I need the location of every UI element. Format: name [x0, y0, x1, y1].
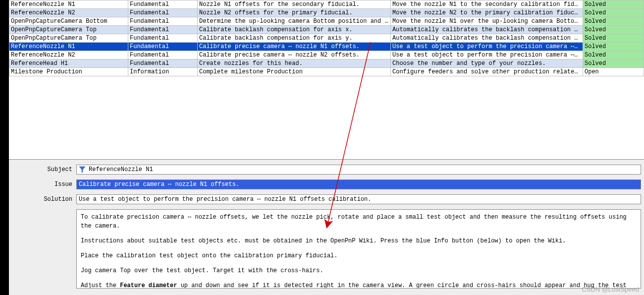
- cell-issue: Nozzle N2 offsets for the primary fiduci…: [198, 9, 391, 17]
- cell-issue: Nozzle N1 offsets for the secondary fidu…: [198, 0, 391, 9]
- cell-severity: Fundamental: [128, 0, 198, 9]
- table-row[interactable]: ReferenceNozzle N2FundamentalCalibrate p…: [9, 51, 644, 59]
- cell-issue: Calibrate precise camera ↔ nozzle N1 off…: [198, 43, 391, 51]
- subject-label: Subject: [12, 166, 76, 173]
- cell-issue: Calibrate precise camera ↔ nozzle N2 off…: [198, 51, 391, 59]
- solution-label: Solution: [12, 196, 76, 203]
- cell-status: Solved: [583, 43, 644, 51]
- table-row[interactable]: ReferenceNozzle N1FundamentalCalibrate p…: [9, 43, 644, 51]
- issues-table[interactable]: ReferenceNozzle N1FundamentalNozzle N1 o…: [9, 0, 644, 76]
- cell-subject: ReferenceNozzle N1: [9, 43, 128, 51]
- left-gutter: [0, 0, 9, 295]
- cell-severity: Fundamental: [128, 9, 198, 17]
- desc-line: Jog camera Top over the test object. Tar…: [81, 266, 637, 275]
- cell-solution: Use a test object to perform the precisi…: [391, 43, 583, 51]
- cell-subject: ReferenceNozzle N2: [9, 51, 128, 59]
- table-row[interactable]: ReferenceNozzle N1FundamentalNozzle N1 o…: [9, 0, 644, 9]
- description-box[interactable]: To calibrate precision camera ↔ nozzle o…: [76, 209, 641, 289]
- table-row[interactable]: Milestone ProductionInformationComplete …: [9, 68, 644, 76]
- funnel-icon: [79, 166, 86, 173]
- watermark: CSDN @LostSpeed: [582, 286, 639, 293]
- cell-subject: ReferenceNozzle N2: [9, 9, 128, 17]
- cell-solution: Automatically calibrates the backlash co…: [391, 26, 583, 34]
- cell-severity: Fundamental: [128, 26, 198, 34]
- cell-issue: Calibrate backlash compensation for axis…: [198, 26, 391, 34]
- cell-severity: Fundamental: [128, 59, 198, 68]
- cell-subject: Milestone Production: [9, 68, 128, 76]
- cell-status: Solved: [583, 59, 644, 68]
- cell-solution: Move the nozzle N1 to the secondary cali…: [391, 0, 583, 9]
- cell-status: Solved: [583, 34, 644, 43]
- desc-line: To calibrate precision camera ↔ nozzle o…: [81, 213, 637, 231]
- cell-severity: Fundamental: [128, 34, 198, 43]
- cell-subject: OpenPnpCaptureCamera Top: [9, 26, 128, 34]
- cell-severity: Fundamental: [128, 17, 198, 26]
- desc-line: Instructions about suitable test objects…: [81, 236, 637, 245]
- cell-solution: Configure feeders and solve other produc…: [391, 68, 583, 76]
- table-row[interactable]: ReferenceHead H1FundamentalCreate nozzle…: [9, 59, 644, 68]
- issue-field[interactable]: Calibrate precise camera ↔ nozzle N1 off…: [76, 179, 641, 189]
- table-row[interactable]: OpenPnpCaptureCamera TopFundamentalCalib…: [9, 34, 644, 43]
- desc-line: Adjust the Feature diameter up and down …: [81, 281, 637, 289]
- cell-issue: Determine the up-looking camera Bottom p…: [198, 17, 391, 26]
- cell-subject: ReferenceHead H1: [9, 59, 128, 68]
- solution-field[interactable]: Use a test object to perform the precisi…: [76, 194, 641, 204]
- cell-status: Solved: [583, 17, 644, 26]
- subject-field[interactable]: ReferenceNozzle N1: [76, 165, 641, 175]
- cell-solution: Use a test object to perform the precisi…: [391, 51, 583, 59]
- cell-status: Solved: [583, 0, 644, 9]
- subject-value: ReferenceNozzle N1: [89, 165, 153, 174]
- table-row[interactable]: ReferenceNozzle N2FundamentalNozzle N2 o…: [9, 9, 644, 17]
- desc-line: Place the calibration test object onto t…: [81, 251, 637, 260]
- table-row[interactable]: OpenPnpCaptureCamera TopFundamentalCalib…: [9, 26, 644, 34]
- cell-solution: Move the nozzle N2 to the primary calibr…: [391, 9, 583, 17]
- cell-solution: Move the nozzle N1 over the up-looking c…: [391, 17, 583, 26]
- cell-subject: OpenPnpCaptureCamera Top: [9, 34, 128, 43]
- detail-panel: Subject ReferenceNozzle N1 Issue Calibra…: [9, 160, 644, 295]
- cell-solution: Choose the number and type of your nozzl…: [391, 59, 583, 68]
- solution-value: Use a test object to perform the precisi…: [79, 195, 372, 204]
- cell-issue: Create nozzles for this head.: [198, 59, 391, 68]
- cell-subject: OpenPnpCaptureCamera Bottom: [9, 17, 128, 26]
- cell-severity: Information: [128, 68, 198, 76]
- cell-subject: ReferenceNozzle N1: [9, 0, 128, 9]
- cell-status: Solved: [583, 51, 644, 59]
- cell-severity: Fundamental: [128, 43, 198, 51]
- issue-label: Issue: [12, 181, 76, 188]
- cell-issue: Calibrate backlash compensation for axis…: [198, 34, 391, 43]
- cell-status: Solved: [583, 26, 644, 34]
- cell-severity: Fundamental: [128, 51, 198, 59]
- issue-value: Calibrate precise camera ↔ nozzle N1 off…: [79, 180, 239, 189]
- cell-issue: Complete milestone Production: [198, 68, 391, 76]
- cell-solution: Automatically calibrates the backlash co…: [391, 34, 583, 43]
- issues-table-area: ReferenceNozzle N1FundamentalNozzle N1 o…: [9, 0, 644, 160]
- cell-status: Open: [583, 68, 644, 76]
- cell-status: Solved: [583, 9, 644, 17]
- table-row[interactable]: OpenPnpCaptureCamera BottomFundamentalDe…: [9, 17, 644, 26]
